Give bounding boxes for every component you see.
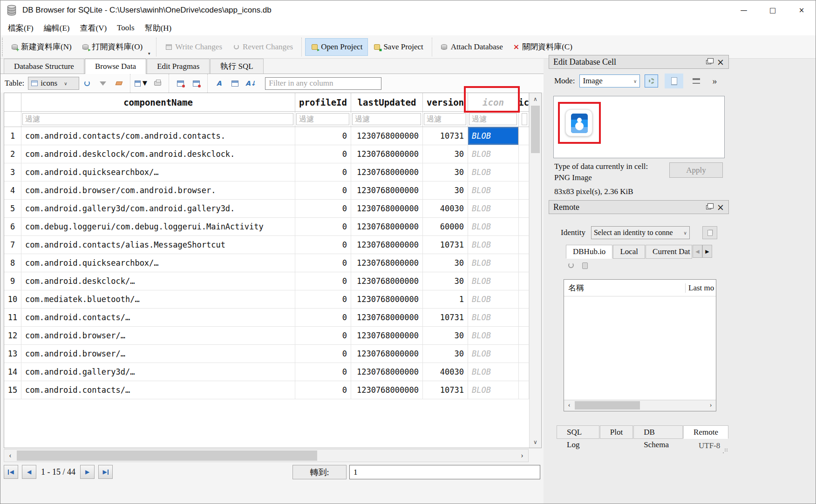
cell-componentName[interactable]: com.debug.loggerui/com.debug.loggerui.Ma… xyxy=(21,218,295,235)
float-panel-icon[interactable] xyxy=(706,60,711,64)
goto-record-input[interactable] xyxy=(349,465,540,479)
cell-version[interactable]: 60000 xyxy=(423,218,468,235)
remote-upload-icon[interactable] xyxy=(582,262,588,269)
row-number[interactable]: 7 xyxy=(4,236,21,254)
clear-filters-button[interactable] xyxy=(96,76,110,90)
cell-partial[interactable] xyxy=(519,145,529,163)
scroll-right-icon[interactable]: › xyxy=(706,400,716,410)
cell-lastUpdated[interactable]: 1230768000000 xyxy=(351,345,423,363)
cell-partial[interactable] xyxy=(519,200,529,217)
row-number[interactable]: 6 xyxy=(4,218,21,235)
cell-version[interactable]: 10731 xyxy=(423,381,468,399)
cell-componentName[interactable]: com.android.contacts/… xyxy=(21,309,295,326)
cell-version[interactable]: 10731 xyxy=(423,236,468,254)
cell-componentName[interactable]: com.android.browser/… xyxy=(21,345,295,363)
filter-profileId-input[interactable] xyxy=(296,113,349,125)
cell-profileId[interactable]: 0 xyxy=(295,218,351,235)
cell-componentName[interactable]: com.android.browser/… xyxy=(21,327,295,344)
cell-componentName[interactable]: com.android.gallery3d/com.android.galler… xyxy=(21,200,295,217)
row-number[interactable]: 5 xyxy=(4,200,21,217)
scroll-left-icon[interactable]: ‹ xyxy=(564,400,574,410)
cell-profileId[interactable]: 0 xyxy=(295,363,351,381)
delete-record-button[interactable] xyxy=(189,76,203,90)
cell-componentName[interactable]: com.android.contacts/… xyxy=(21,381,295,399)
expand-more-icon[interactable]: » xyxy=(712,76,717,87)
cell-version[interactable]: 30 xyxy=(423,272,468,290)
scroll-down-icon[interactable]: ∨ xyxy=(530,436,541,448)
last-page-button[interactable]: ▶ xyxy=(98,465,113,479)
close-panel-icon[interactable]: × xyxy=(717,203,724,212)
cell-icon-blob[interactable]: BLOB xyxy=(468,236,519,254)
save-table-dropdown-caret[interactable]: ▼ xyxy=(141,79,149,88)
tab-edit-pragmas[interactable]: Edit Pragmas xyxy=(147,59,210,74)
menu-view[interactable]: 查看(V) xyxy=(75,23,112,34)
cell-icon-blob[interactable]: BLOB xyxy=(468,327,519,344)
row-number[interactable]: 2 xyxy=(4,145,21,163)
next-page-button[interactable]: ▶ xyxy=(80,465,95,479)
cell-icon-blob[interactable]: BLOB xyxy=(468,290,519,308)
tab-scroll-left-icon[interactable]: ◀ xyxy=(693,245,702,258)
cell-lastUpdated[interactable]: 1230768000000 xyxy=(351,309,423,326)
attach-database-button[interactable]: Attach Database xyxy=(435,38,508,56)
cell-profileId[interactable]: 0 xyxy=(295,200,351,217)
row-number[interactable]: 12 xyxy=(4,327,21,344)
cell-icon-blob[interactable]: BLOB xyxy=(468,163,519,181)
filter-icon-input[interactable] xyxy=(469,113,517,125)
cell-icon-blob[interactable]: BLOB xyxy=(468,181,519,199)
cell-version[interactable]: 30 xyxy=(423,145,468,163)
cell-profileId[interactable]: 0 xyxy=(295,163,351,181)
write-changes-button[interactable]: Write Changes xyxy=(160,38,227,56)
cell-componentName[interactable]: com.mediatek.bluetooth/… xyxy=(21,290,295,308)
float-panel-icon[interactable] xyxy=(706,205,711,209)
open-database-dropdown-caret[interactable]: ▼ xyxy=(147,52,151,56)
tab-sql-log[interactable]: SQL Log xyxy=(557,425,599,439)
horizontal-scrollbar[interactable]: ‹ › xyxy=(4,449,529,462)
refresh-button[interactable] xyxy=(80,76,94,90)
word-wrap-icon[interactable] xyxy=(693,78,700,84)
cell-icon-blob[interactable]: BLOB xyxy=(468,272,519,290)
filter-any-column-input[interactable] xyxy=(265,77,381,90)
cell-version[interactable]: 30 xyxy=(423,345,468,363)
last-modified-column-header[interactable]: Last mo xyxy=(685,283,716,293)
cell-icon-blob[interactable]: BLOB xyxy=(468,127,519,145)
cell-profileId[interactable]: 0 xyxy=(295,345,351,363)
cell-componentName[interactable]: com.android.browser/com.android.browser. xyxy=(21,181,295,199)
cell-partial[interactable] xyxy=(519,127,529,145)
mode-select[interactable]: Image ∨ xyxy=(579,74,640,87)
cell-componentName[interactable]: com.android.gallery3d/… xyxy=(21,363,295,381)
cell-profileId[interactable]: 0 xyxy=(295,381,351,399)
filter-partial-input[interactable] xyxy=(522,113,527,125)
minimize-button[interactable]: — xyxy=(729,0,758,20)
first-page-button[interactable]: ◀ xyxy=(4,465,18,479)
header-partial-column[interactable]: ic xyxy=(519,93,529,111)
cell-componentName[interactable]: com.android.contacts/com.android.contact… xyxy=(21,127,295,145)
cell-icon-blob[interactable]: BLOB xyxy=(468,200,519,217)
menu-file[interactable]: 檔案(F) xyxy=(3,23,39,34)
cell-partial[interactable] xyxy=(519,181,529,199)
cell-icon-blob[interactable]: BLOB xyxy=(468,145,519,163)
goto-button[interactable]: 轉到: xyxy=(292,465,347,479)
cell-lastUpdated[interactable]: 1230768000000 xyxy=(351,200,423,217)
cell-lastUpdated[interactable]: 1230768000000 xyxy=(351,145,423,163)
row-number[interactable]: 10 xyxy=(4,290,21,308)
remote-refresh-icon[interactable] xyxy=(568,262,574,268)
filter-componentName-input[interactable] xyxy=(22,113,293,125)
cell-partial[interactable] xyxy=(519,290,529,308)
print-button[interactable] xyxy=(150,76,164,90)
name-column-header[interactable]: 名稱 xyxy=(564,282,685,293)
tab-dbhub[interactable]: DBHub.io xyxy=(566,245,612,259)
header-profileId[interactable]: profileId xyxy=(295,93,351,111)
cell-lastUpdated[interactable]: 1230768000000 xyxy=(351,290,423,308)
cell-lastUpdated[interactable]: 1230768000000 xyxy=(351,254,423,272)
tab-local[interactable]: Local xyxy=(613,245,645,259)
close-button[interactable]: × xyxy=(787,0,816,20)
cell-partial[interactable] xyxy=(519,163,529,181)
menu-help[interactable]: 幫助(H) xyxy=(140,23,177,34)
cell-lastUpdated[interactable]: 1230768000000 xyxy=(351,127,423,145)
tab-remote[interactable]: Remote xyxy=(683,425,728,439)
cell-partial[interactable] xyxy=(519,236,529,254)
cell-version[interactable]: 1 xyxy=(423,290,468,308)
cell-profileId[interactable]: 0 xyxy=(295,309,351,326)
cell-icon-blob[interactable]: BLOB xyxy=(468,254,519,272)
remote-list-scrollbar[interactable]: ‹ › xyxy=(564,400,716,411)
